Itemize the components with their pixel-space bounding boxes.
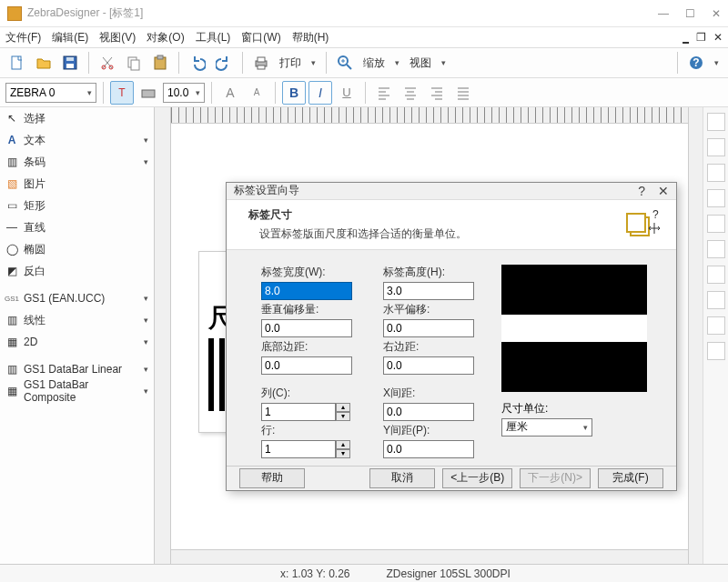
rotate-icon[interactable]: [707, 316, 725, 335]
text-tool-button[interactable]: T: [110, 81, 134, 105]
scrollbar-vertical[interactable]: [688, 107, 703, 564]
svg-rect-0: [12, 56, 21, 69]
mdi-close-button[interactable]: ✕: [713, 31, 723, 44]
bold-button[interactable]: B: [282, 81, 306, 105]
unit-combo[interactable]: 厘米▾: [501, 418, 592, 436]
align-bottom-icon[interactable]: [707, 164, 725, 182]
sidebar-item-line[interactable]: —直线: [0, 216, 154, 238]
status-printer: ZDesigner 105SL 300DPI: [387, 567, 511, 580]
menu-tools[interactable]: 工具(L): [196, 30, 231, 45]
printer-combo[interactable]: ZEBRA 0▾: [5, 83, 96, 103]
zoom-label[interactable]: 缩放: [359, 55, 389, 71]
bottom-input[interactable]: [261, 356, 352, 375]
sidebar-item-image[interactable]: ▧图片: [0, 173, 154, 195]
ruler-vertical: [155, 107, 171, 564]
rect-icon: ▭: [5, 199, 18, 212]
scrollbar-horizontal[interactable]: [171, 549, 688, 564]
italic-button[interactable]: I: [308, 81, 332, 105]
align-left-button[interactable]: [372, 81, 396, 105]
dialog-subheading: 设置标签版面尺度和选择合适的衡量单位。: [248, 226, 625, 242]
menu-object[interactable]: 对象(O): [147, 30, 184, 45]
sidebar-item-rect[interactable]: ▭矩形: [0, 195, 154, 216]
back-button[interactable]: <上一步(B): [442, 468, 512, 488]
close-button[interactable]: ✕: [712, 7, 721, 20]
menu-edit[interactable]: 编辑(E): [52, 30, 88, 45]
distribute-h-icon[interactable]: [707, 266, 725, 284]
ygap-input[interactable]: [383, 440, 474, 458]
align-right-button[interactable]: [425, 81, 449, 105]
databar-icon: ▥: [5, 363, 18, 376]
menu-help[interactable]: 帮助(H): [292, 30, 329, 45]
rows-spinner[interactable]: ▴▾: [336, 440, 350, 458]
menu-window[interactable]: 窗口(W): [241, 30, 280, 45]
sidebar-item-barcode[interactable]: ▥条码▾: [0, 151, 154, 173]
width-label: 标签宽度(W):: [261, 265, 361, 280]
open-button[interactable]: [32, 51, 56, 75]
maximize-button[interactable]: ☐: [685, 7, 695, 20]
help-button[interactable]: 帮助: [239, 468, 305, 488]
height-input[interactable]: [383, 282, 474, 300]
align-left-icon[interactable]: [707, 189, 725, 207]
font-increase-button[interactable]: A: [218, 81, 242, 105]
align-sidebar: [703, 107, 728, 564]
dialog-help-button[interactable]: ?: [638, 184, 645, 198]
sidebar-item-invert[interactable]: ◩反白: [0, 260, 154, 282]
voffset-input[interactable]: [261, 319, 352, 337]
help-button[interactable]: ?: [684, 51, 708, 75]
xgap-input[interactable]: [383, 403, 474, 421]
mdi-restore-button[interactable]: ❐: [696, 31, 706, 44]
font-size-combo[interactable]: 10.0▾: [163, 83, 205, 103]
align-center-button[interactable]: [399, 81, 422, 105]
voffset-label: 垂直偏移量:: [261, 302, 361, 317]
distribute-v-icon[interactable]: [707, 291, 725, 309]
sidebar-item-databar-composite[interactable]: ▦GS1 DataBar Composite▾: [0, 380, 154, 402]
sidebar-item-2d[interactable]: ▦2D▾: [0, 331, 154, 353]
font-decrease-button[interactable]: A: [245, 81, 268, 105]
paste-button[interactable]: [148, 51, 172, 75]
svg-rect-12: [258, 65, 265, 69]
databar-composite-icon: ▦: [5, 385, 18, 397]
toolbar-standard: 打印▾ 缩放▾ 视图▾ ? ▾: [0, 47, 728, 78]
align-middle-icon[interactable]: [707, 138, 725, 156]
align-right-icon[interactable]: [707, 240, 725, 258]
align-justify-button[interactable]: [451, 81, 475, 105]
menu-view[interactable]: 视图(V): [99, 30, 136, 45]
sidebar-item-databar-linear[interactable]: ▥GS1 DataBar Linear▾: [0, 358, 154, 380]
redo-button[interactable]: [212, 51, 236, 75]
cancel-button[interactable]: 取消: [369, 468, 435, 488]
cols-spinner[interactable]: ▴▾: [336, 403, 350, 421]
sidebar-item-linear[interactable]: ▥线性▾: [0, 309, 154, 331]
hoffset-input[interactable]: [383, 319, 474, 337]
zoom-button[interactable]: [333, 51, 357, 75]
rows-input[interactable]: [261, 440, 336, 458]
cols-input[interactable]: [261, 403, 336, 421]
sidebar-item-select[interactable]: ↖选择: [0, 107, 154, 129]
printer-font-button[interactable]: [136, 81, 160, 105]
print-button[interactable]: [249, 51, 273, 75]
mdi-minimize-button[interactable]: ‗: [682, 31, 689, 44]
view-label[interactable]: 视图: [406, 55, 435, 71]
cut-button[interactable]: [96, 51, 119, 75]
new-button[interactable]: [5, 51, 29, 75]
sidebar-item-ellipse[interactable]: ◯椭圆: [0, 238, 154, 260]
arrow-right-icon[interactable]: [707, 342, 725, 360]
save-button[interactable]: [58, 51, 82, 75]
dialog-close-button[interactable]: ✕: [658, 184, 669, 198]
align-top-icon[interactable]: [707, 113, 725, 131]
bottom-label: 底部边距:: [261, 339, 361, 355]
cols-label: 列(C):: [261, 386, 361, 401]
align-center-icon[interactable]: [707, 215, 725, 233]
width-input[interactable]: [261, 282, 352, 300]
copy-button[interactable]: [122, 51, 146, 75]
finish-button[interactable]: 完成(F): [598, 468, 663, 488]
menu-file[interactable]: 文件(F): [5, 30, 41, 45]
sidebar-item-gs1[interactable]: GS1GS1 (EAN.UCC)▾: [0, 287, 154, 309]
right-input[interactable]: [383, 356, 474, 375]
sidebar-item-text[interactable]: A文本▾: [0, 129, 154, 151]
svg-rect-17: [142, 90, 155, 97]
toolbar-format: ZEBRA 0▾ T 10.0▾ A A B I U: [0, 78, 728, 107]
underline-button[interactable]: U: [335, 81, 359, 105]
undo-button[interactable]: [186, 51, 209, 75]
print-label[interactable]: 打印: [276, 55, 305, 71]
minimize-button[interactable]: —: [658, 7, 669, 20]
